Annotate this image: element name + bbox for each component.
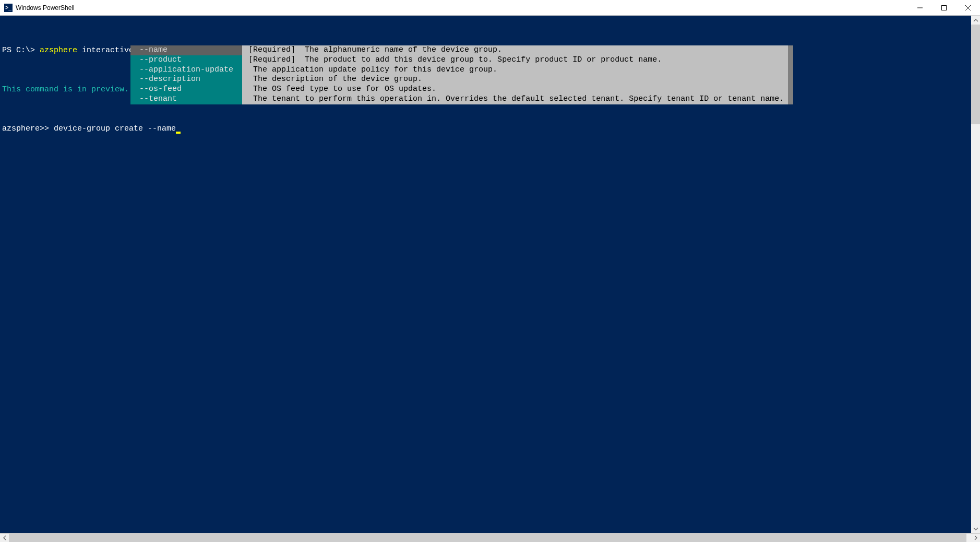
popup-option[interactable]: --application-update: [130, 65, 242, 75]
popup-scrollbar[interactable]: [788, 45, 793, 104]
ps-prompt: PS C:\>: [2, 46, 40, 55]
popup-option-desc: The description of the device group.: [242, 75, 788, 85]
scroll-left-arrow[interactable]: [0, 534, 9, 542]
popup-option-desc: The application update policy for this d…: [242, 65, 788, 75]
interactive-input[interactable]: device-group create --name: [54, 124, 176, 133]
popup-options[interactable]: --name --product --application-update --…: [130, 45, 242, 104]
popup-descriptions: [Required] The alphanumeric name of the …: [242, 45, 788, 104]
cursor: [176, 132, 181, 134]
scroll-track[interactable]: [9, 534, 971, 542]
scroll-thumb[interactable]: [971, 25, 980, 124]
svg-rect-1: [942, 5, 947, 10]
popup-option-desc: The tenant to perform this operation in.…: [242, 95, 788, 104]
scroll-down-arrow[interactable]: [971, 524, 980, 533]
popup-option[interactable]: --tenant: [130, 95, 242, 104]
horizontal-scrollbar[interactable]: [0, 533, 980, 542]
minimize-button[interactable]: [908, 0, 932, 16]
interactive-prompt-line: azsphere>> device-group create --name: [2, 124, 978, 134]
scroll-track[interactable]: [971, 25, 980, 524]
command-exec: azsphere: [40, 46, 77, 55]
terminal[interactable]: PS C:\> azsphere interactive This comman…: [0, 16, 980, 533]
popup-option[interactable]: --product: [130, 55, 242, 65]
scroll-thumb[interactable]: [9, 534, 966, 542]
popup-option-desc: The OS feed type to use for OS updates.: [242, 85, 788, 95]
popup-option[interactable]: --description: [130, 75, 242, 85]
titlebar[interactable]: >_ Windows PowerShell: [0, 0, 980, 16]
popup-option-desc: [Required] The alphanumeric name of the …: [242, 45, 788, 55]
vertical-scrollbar[interactable]: [971, 16, 980, 533]
popup-option[interactable]: --name: [130, 45, 242, 55]
interactive-prompt: azsphere>>: [2, 124, 54, 133]
scroll-up-arrow[interactable]: [971, 16, 980, 25]
command-args: interactive: [82, 46, 134, 55]
popup-option[interactable]: --os-feed: [130, 85, 242, 95]
popup-option-desc: [Required] The product to add this devic…: [242, 55, 788, 65]
maximize-button[interactable]: [932, 0, 956, 16]
powershell-icon: >_: [4, 4, 13, 12]
close-button[interactable]: [956, 0, 980, 16]
autocomplete-popup[interactable]: --name --product --application-update --…: [130, 45, 793, 104]
scroll-right-arrow[interactable]: [971, 534, 980, 542]
window-title: Windows PowerShell: [16, 4, 75, 11]
